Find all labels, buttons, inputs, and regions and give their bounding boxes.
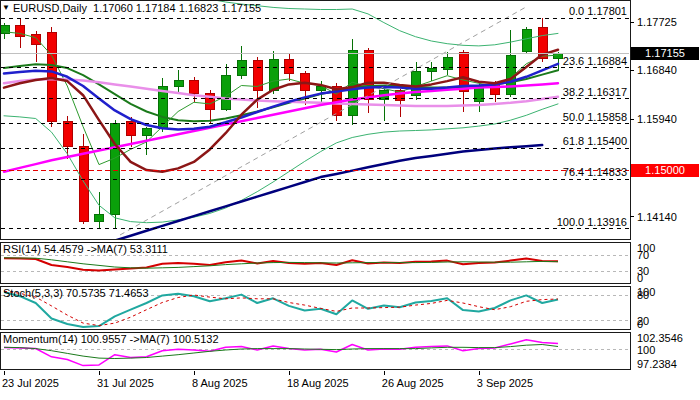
trading-chart-window: ▼EURUSD,Daily 1.17060 1.17184 1.16823 1.… xyxy=(0,0,700,400)
rsi-axis-label: 0 xyxy=(637,272,643,284)
fib-label-50.0: 50.0 1.15858 xyxy=(563,111,627,123)
candle-7-Aug xyxy=(174,70,183,93)
fib-label-100.0: 100.0 1.13916 xyxy=(557,216,627,228)
candle-body xyxy=(269,59,278,90)
candle-body xyxy=(190,80,199,93)
overlay-ma-navy-longterm xyxy=(115,145,542,241)
date-axis-label: 31 Jul 2025 xyxy=(97,377,154,389)
candle-body xyxy=(16,25,25,36)
candle-body xyxy=(111,123,120,214)
candle-31-Jul xyxy=(95,192,104,229)
candle-1-Sep xyxy=(443,52,452,75)
candle-body xyxy=(32,34,41,44)
alert-price-badge: 1.15000 xyxy=(631,164,699,177)
date-axis-label: 18 Aug 2025 xyxy=(287,377,349,389)
candle-29-Aug xyxy=(427,62,436,81)
stoch-axis-label: 0 xyxy=(637,318,643,330)
date-axis-label: 26 Aug 2025 xyxy=(382,377,444,389)
momentum-axis-label: 102.3546 xyxy=(637,332,683,344)
momentum-axis-label: 97.2384 xyxy=(637,358,677,370)
candle-body xyxy=(79,147,88,222)
date-axis-label: 23 Jul 2025 xyxy=(2,377,59,389)
candle-11-Aug xyxy=(206,90,215,124)
price-axis-label: 1.14140 xyxy=(637,211,677,223)
price-axis-label: 1.16840 xyxy=(637,64,677,76)
stoch-axis-label: 80 xyxy=(637,289,649,301)
rsi-panel xyxy=(1,255,629,271)
candle-25-Jul xyxy=(32,31,41,62)
fib-label-38.2: 38.2 1.16317 xyxy=(563,86,627,98)
chart-title: ▼EURUSD,Daily 1.17060 1.17184 1.16823 1.… xyxy=(2,1,261,14)
price-panel xyxy=(0,0,629,241)
rsi-axis-label: 70 xyxy=(637,249,649,261)
candle-13-Aug xyxy=(237,46,246,79)
candle-1-Aug xyxy=(111,120,120,228)
fib-label-0.0: 0.0 1.17801 xyxy=(569,5,627,17)
symbol-dropdown-icon[interactable]: ▼ xyxy=(2,3,10,12)
candle-body xyxy=(285,59,294,73)
candle-body xyxy=(95,215,104,222)
candle-8-Sep xyxy=(522,27,531,54)
fib-label-61.8: 61.8 1.15400 xyxy=(563,135,627,147)
candle-29-Jul xyxy=(63,116,72,159)
candle-body xyxy=(522,29,531,52)
candle-body xyxy=(222,75,231,109)
candle-12-Aug xyxy=(222,64,231,111)
date-axis-label: 8 Aug 2025 xyxy=(192,377,248,389)
fib-label-23.6: 23.6 1.16884 xyxy=(563,55,627,67)
momentum-title: Momentum(14) 100.9557 ->MA(7) 100.5132 xyxy=(3,333,219,345)
candle-body xyxy=(364,51,373,100)
price-axis-label: 1.15940 xyxy=(637,113,677,125)
ohlc-quote-label: 1.17060 1.17184 1.16823 1.17155 xyxy=(93,2,261,14)
candle-body xyxy=(174,80,183,86)
main-panel-frame xyxy=(1,1,631,240)
candle-18-Aug xyxy=(285,53,294,81)
candle-body xyxy=(427,68,436,71)
momentum-axis-label: 100 xyxy=(637,344,655,356)
fib-label-76.4: 76.4 1.14833 xyxy=(563,166,627,178)
symbol-timeframe-label: EURUSD,Daily xyxy=(13,2,87,14)
stoch-title: Stoch(5,3,3) 70.5735 71.4653 xyxy=(3,287,149,299)
price-axis-label: 1.17725 xyxy=(637,16,677,28)
rsi-title: RSI(14) 54.4579 ->MA(7) 53.3111 xyxy=(3,243,168,255)
candle-23-Jul xyxy=(0,23,9,39)
current-price-badge: 1.17155 xyxy=(631,47,699,60)
date-axis-label: 3 Sep 2025 xyxy=(477,377,533,389)
candle-body xyxy=(142,128,151,136)
candle-body xyxy=(63,121,72,146)
